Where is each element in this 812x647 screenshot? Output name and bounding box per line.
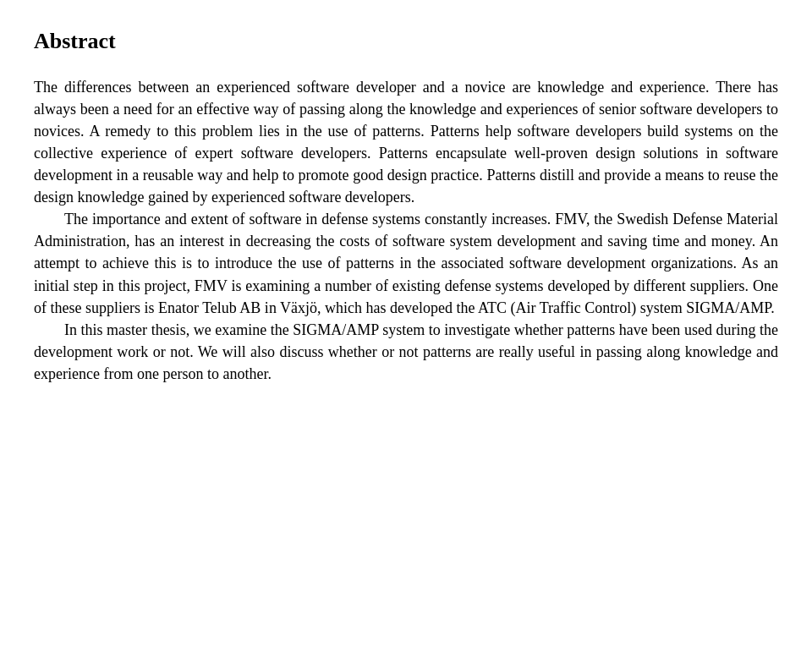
paragraph-3: In this master thesis, we examine the SI…: [34, 319, 778, 385]
abstract-body: The differences between an experienced s…: [34, 76, 778, 385]
paragraph-2: The importance and extent of software in…: [34, 208, 778, 318]
paragraph-1: The differences between an experienced s…: [34, 76, 778, 209]
abstract-heading: Abstract: [34, 25, 778, 58]
